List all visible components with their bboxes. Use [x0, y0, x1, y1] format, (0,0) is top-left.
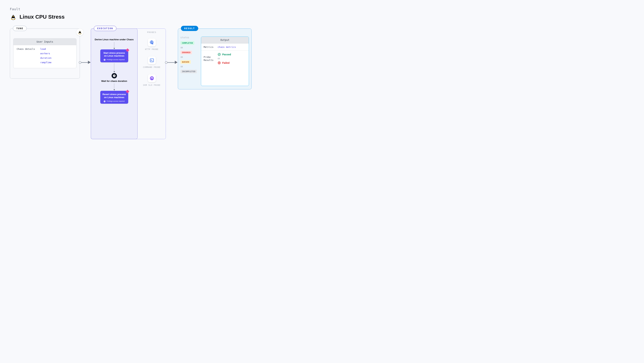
execution-flow: EXECUTION Derive Linux machine under Cha…	[91, 28, 138, 139]
flag-icon	[126, 90, 129, 93]
probe-http: HTTP PROBE	[145, 38, 158, 51]
output-metrics-row: Metrics chaos metrics	[201, 43, 249, 50]
svg-point-14	[150, 76, 154, 80]
tune-panel: TUNE User Inputs Chaos details load work…	[10, 28, 80, 78]
action-revert-stress-label: Revert stress process on Linux machines	[102, 93, 126, 98]
privilege-note: Privilege access required	[102, 59, 126, 61]
arrow-execution-to-result	[166, 62, 177, 63]
privilege-note: Privilege access required	[102, 100, 126, 102]
user-inputs-card: User Inputs Chaos details load workers d…	[13, 38, 76, 68]
status-errored: ERRORED	[180, 51, 192, 54]
output-probe-results-row: Probe Results Passed OR Failed	[201, 50, 249, 66]
globe-icon	[148, 38, 156, 46]
output-card: Output Metrics chaos metrics Probe Resul…	[201, 36, 249, 86]
arrow-down-icon	[114, 42, 114, 48]
or-label: OR	[180, 46, 198, 49]
action-start-stress-label: Start stress process on Linux machines	[103, 52, 125, 57]
probe-command: COMMAND PROBE	[143, 56, 161, 68]
status-completed: COMPLETED	[180, 41, 194, 45]
gauge-icon	[148, 74, 156, 82]
status-incompleted: INCOMPLETED	[180, 70, 197, 73]
arrow-down-icon	[114, 84, 114, 90]
svg-point-7	[80, 31, 80, 32]
execution-pill: EXECUTION	[94, 26, 116, 31]
result-panel: RESULT STATUS COMPLETED OR ERRORED OR QU…	[178, 28, 252, 89]
or-label: OR	[180, 66, 198, 68]
result-pill: RESULT	[181, 26, 198, 31]
param-list: load workers duration rampTime	[40, 48, 52, 66]
or-label: OR	[180, 56, 198, 58]
arrow-tune-to-execution	[80, 62, 90, 63]
diagram-canvas: TUNE User Inputs Chaos details load work…	[10, 27, 634, 145]
status-queued: QUEUED	[180, 60, 191, 64]
arrow-down-icon	[114, 64, 114, 72]
action-revert-stress: Revert stress process on Linux machines …	[100, 91, 128, 104]
probe-results-label: Probe Results	[204, 56, 215, 62]
section-kicker: Fault	[10, 7, 634, 11]
probe-srm-slo-label: SRM SLO PROBE	[143, 84, 161, 86]
svg-point-6	[79, 31, 80, 32]
param-ramptime: rampTime	[40, 61, 52, 64]
param-load: load	[40, 48, 52, 50]
status-column: STATUS COMPLETED OR ERRORED OR QUEUED OR…	[180, 36, 198, 86]
check-circle-icon	[218, 53, 221, 56]
flag-icon	[126, 48, 129, 52]
chaos-details-label: Chaos details	[17, 48, 35, 66]
metrics-value: chaos metrics	[218, 46, 236, 48]
probe-command-label: COMMAND PROBE	[143, 66, 161, 68]
svg-point-12	[152, 44, 153, 44]
probes-heading: PROBES	[147, 31, 156, 34]
terminal-icon	[148, 56, 156, 64]
svg-point-2	[12, 16, 13, 16]
svg-point-4	[14, 16, 14, 16]
status-heading: STATUS	[180, 36, 198, 39]
probe-http-label: HTTP PROBE	[145, 48, 158, 51]
metrics-label: Metrics	[204, 46, 215, 48]
execution-panel: EXECUTION Derive Linux machine under Cha…	[91, 28, 166, 139]
probes-column: PROBES HTTP PROBE COMMAND PROBE	[140, 31, 164, 92]
clock-icon	[112, 73, 117, 78]
linux-icon	[10, 14, 17, 20]
probe-passed: Passed	[218, 53, 231, 56]
param-workers: workers	[40, 52, 52, 55]
output-title: Output	[201, 37, 249, 43]
or-label: OR	[218, 58, 231, 60]
step-wait: Wait for chaos duration	[101, 80, 127, 83]
probe-srm-slo: SRM SLO PROBE	[143, 74, 161, 86]
tune-pill: TUNE	[13, 26, 27, 31]
page-title: Linux CPU Stress	[20, 14, 65, 20]
user-inputs-title: User Inputs	[14, 38, 76, 45]
title-row: Linux CPU Stress	[10, 14, 634, 20]
step-derive: Derive Linux machine under Chaos	[95, 38, 134, 41]
action-start-stress: Start stress process on Linux machines P…	[100, 50, 128, 62]
x-circle-icon	[218, 61, 221, 64]
svg-rect-13	[150, 59, 154, 62]
param-duration: duration	[40, 56, 52, 59]
probe-failed: Failed	[218, 61, 231, 64]
linux-icon	[76, 29, 84, 36]
